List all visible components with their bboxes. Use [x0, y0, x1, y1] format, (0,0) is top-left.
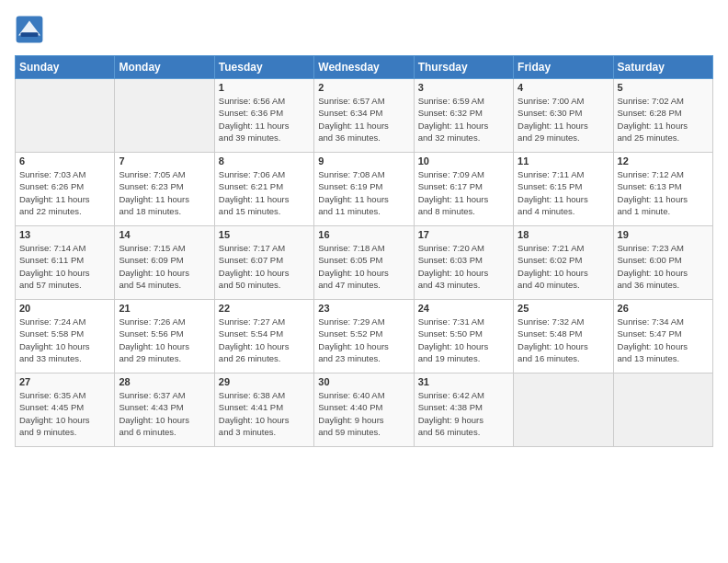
- day-info: Sunrise: 7:21 AM Sunset: 6:02 PM Dayligh…: [518, 242, 609, 291]
- day-number: 11: [518, 155, 609, 167]
- day-number: 6: [19, 155, 110, 167]
- day-number: 19: [618, 229, 709, 240]
- calendar-week-row: 6Sunrise: 7:03 AM Sunset: 6:26 PM Daylig…: [16, 153, 713, 226]
- day-info: Sunrise: 7:14 AM Sunset: 6:11 PM Dayligh…: [19, 242, 110, 291]
- calendar-week-row: 13Sunrise: 7:14 AM Sunset: 6:11 PM Dayli…: [16, 226, 713, 300]
- logo: [15, 15, 48, 44]
- calendar-cell: [115, 79, 214, 153]
- day-number: 4: [518, 82, 609, 93]
- calendar-cell: 1Sunrise: 6:56 AM Sunset: 6:36 PM Daylig…: [214, 79, 313, 153]
- day-number: 30: [318, 376, 409, 387]
- calendar-cell: 4Sunrise: 7:00 AM Sunset: 6:30 PM Daylig…: [514, 79, 613, 153]
- calendar-week-row: 1Sunrise: 6:56 AM Sunset: 6:36 PM Daylig…: [16, 79, 713, 153]
- calendar-table: SundayMondayTuesdayWednesdayThursdayFrid…: [15, 55, 713, 447]
- day-info: Sunrise: 7:23 AM Sunset: 6:00 PM Dayligh…: [618, 242, 709, 291]
- calendar-cell: 18Sunrise: 7:21 AM Sunset: 6:02 PM Dayli…: [514, 226, 613, 300]
- calendar-cell: 11Sunrise: 7:11 AM Sunset: 6:15 PM Dayli…: [514, 153, 613, 226]
- calendar-cell: 29Sunrise: 6:38 AM Sunset: 4:41 PM Dayli…: [214, 373, 313, 447]
- day-number: 24: [418, 303, 509, 314]
- weekday-header-row: SundayMondayTuesdayWednesdayThursdayFrid…: [16, 56, 713, 79]
- calendar-cell: 27Sunrise: 6:35 AM Sunset: 4:45 PM Dayli…: [16, 373, 115, 447]
- calendar-cell: 16Sunrise: 7:18 AM Sunset: 6:05 PM Dayli…: [314, 226, 414, 300]
- svg-rect-2: [20, 32, 38, 37]
- calendar-week-row: 27Sunrise: 6:35 AM Sunset: 4:45 PM Dayli…: [16, 373, 713, 447]
- calendar-cell: 21Sunrise: 7:26 AM Sunset: 5:56 PM Dayli…: [115, 300, 214, 373]
- calendar-cell: 25Sunrise: 7:32 AM Sunset: 5:48 PM Dayli…: [514, 300, 613, 373]
- calendar-cell: 13Sunrise: 7:14 AM Sunset: 6:11 PM Dayli…: [16, 226, 115, 300]
- calendar-cell: 15Sunrise: 7:17 AM Sunset: 6:07 PM Dayli…: [214, 226, 313, 300]
- day-info: Sunrise: 7:29 AM Sunset: 5:52 PM Dayligh…: [318, 316, 409, 364]
- calendar-cell: 23Sunrise: 7:29 AM Sunset: 5:52 PM Dayli…: [314, 300, 414, 373]
- calendar-cell: 30Sunrise: 6:40 AM Sunset: 4:40 PM Dayli…: [314, 373, 414, 447]
- day-number: 8: [219, 155, 310, 167]
- day-number: 21: [119, 303, 210, 314]
- calendar-cell: 8Sunrise: 7:06 AM Sunset: 6:21 PM Daylig…: [214, 153, 313, 226]
- day-info: Sunrise: 7:02 AM Sunset: 6:28 PM Dayligh…: [618, 95, 709, 144]
- day-number: 29: [219, 376, 310, 387]
- weekday-header: Sunday: [16, 56, 115, 79]
- calendar-cell: 3Sunrise: 6:59 AM Sunset: 6:32 PM Daylig…: [414, 79, 513, 153]
- day-number: 14: [119, 229, 210, 240]
- day-number: 1: [219, 82, 310, 93]
- day-info: Sunrise: 6:42 AM Sunset: 4:38 PM Dayligh…: [418, 389, 509, 438]
- day-number: 16: [318, 229, 409, 240]
- day-number: 5: [618, 82, 709, 93]
- day-number: 18: [518, 229, 609, 240]
- calendar-cell: [16, 79, 115, 153]
- day-info: Sunrise: 7:08 AM Sunset: 6:19 PM Dayligh…: [318, 168, 409, 217]
- day-info: Sunrise: 7:32 AM Sunset: 5:48 PM Dayligh…: [518, 316, 609, 364]
- day-info: Sunrise: 7:03 AM Sunset: 6:26 PM Dayligh…: [19, 168, 110, 217]
- calendar-cell: 24Sunrise: 7:31 AM Sunset: 5:50 PM Dayli…: [414, 300, 513, 373]
- calendar-cell: 5Sunrise: 7:02 AM Sunset: 6:28 PM Daylig…: [613, 79, 712, 153]
- day-info: Sunrise: 7:06 AM Sunset: 6:21 PM Dayligh…: [219, 168, 310, 217]
- calendar-cell: [514, 373, 613, 447]
- calendar-cell: 10Sunrise: 7:09 AM Sunset: 6:17 PM Dayli…: [414, 153, 513, 226]
- day-info: Sunrise: 6:38 AM Sunset: 4:41 PM Dayligh…: [219, 389, 310, 438]
- day-info: Sunrise: 7:05 AM Sunset: 6:23 PM Dayligh…: [119, 168, 210, 217]
- day-number: 7: [119, 155, 210, 167]
- day-number: 28: [119, 376, 210, 387]
- weekday-header: Tuesday: [214, 56, 313, 79]
- day-number: 12: [618, 155, 709, 167]
- day-info: Sunrise: 7:11 AM Sunset: 6:15 PM Dayligh…: [518, 168, 609, 217]
- day-number: 20: [19, 303, 110, 314]
- day-info: Sunrise: 7:12 AM Sunset: 6:13 PM Dayligh…: [618, 168, 709, 217]
- calendar-cell: 12Sunrise: 7:12 AM Sunset: 6:13 PM Dayli…: [613, 153, 712, 226]
- calendar-cell: 19Sunrise: 7:23 AM Sunset: 6:00 PM Dayli…: [613, 226, 712, 300]
- calendar-cell: 28Sunrise: 6:37 AM Sunset: 4:43 PM Dayli…: [115, 373, 214, 447]
- logo-icon: [15, 15, 44, 44]
- day-info: Sunrise: 6:59 AM Sunset: 6:32 PM Dayligh…: [418, 95, 509, 144]
- weekday-header: Wednesday: [314, 56, 414, 79]
- day-info: Sunrise: 7:17 AM Sunset: 6:07 PM Dayligh…: [219, 242, 310, 291]
- calendar-cell: 9Sunrise: 7:08 AM Sunset: 6:19 PM Daylig…: [314, 153, 414, 226]
- day-number: 13: [19, 229, 110, 240]
- day-info: Sunrise: 6:37 AM Sunset: 4:43 PM Dayligh…: [119, 389, 210, 438]
- day-number: 10: [418, 155, 509, 167]
- calendar-cell: [613, 373, 712, 447]
- weekday-header: Monday: [115, 56, 214, 79]
- day-number: 25: [518, 303, 609, 314]
- day-info: Sunrise: 7:34 AM Sunset: 5:47 PM Dayligh…: [618, 316, 709, 364]
- day-info: Sunrise: 7:09 AM Sunset: 6:17 PM Dayligh…: [418, 168, 509, 217]
- calendar-cell: 31Sunrise: 6:42 AM Sunset: 4:38 PM Dayli…: [414, 373, 513, 447]
- calendar-cell: 17Sunrise: 7:20 AM Sunset: 6:03 PM Dayli…: [414, 226, 513, 300]
- day-number: 26: [618, 303, 709, 314]
- day-number: 27: [19, 376, 110, 387]
- day-info: Sunrise: 7:18 AM Sunset: 6:05 PM Dayligh…: [318, 242, 409, 291]
- day-info: Sunrise: 7:27 AM Sunset: 5:54 PM Dayligh…: [219, 316, 310, 364]
- day-number: 23: [318, 303, 409, 314]
- weekday-header: Thursday: [414, 56, 513, 79]
- day-number: 3: [418, 82, 509, 93]
- day-info: Sunrise: 7:26 AM Sunset: 5:56 PM Dayligh…: [119, 316, 210, 364]
- calendar-week-row: 20Sunrise: 7:24 AM Sunset: 5:58 PM Dayli…: [16, 300, 713, 373]
- day-info: Sunrise: 6:40 AM Sunset: 4:40 PM Dayligh…: [318, 389, 409, 438]
- day-number: 22: [219, 303, 310, 314]
- calendar-cell: 22Sunrise: 7:27 AM Sunset: 5:54 PM Dayli…: [214, 300, 313, 373]
- day-number: 15: [219, 229, 310, 240]
- calendar-cell: 7Sunrise: 7:05 AM Sunset: 6:23 PM Daylig…: [115, 153, 214, 226]
- day-info: Sunrise: 6:35 AM Sunset: 4:45 PM Dayligh…: [19, 389, 110, 438]
- calendar-cell: 20Sunrise: 7:24 AM Sunset: 5:58 PM Dayli…: [16, 300, 115, 373]
- day-info: Sunrise: 6:57 AM Sunset: 6:34 PM Dayligh…: [318, 95, 409, 144]
- day-number: 2: [318, 82, 409, 93]
- day-number: 17: [418, 229, 509, 240]
